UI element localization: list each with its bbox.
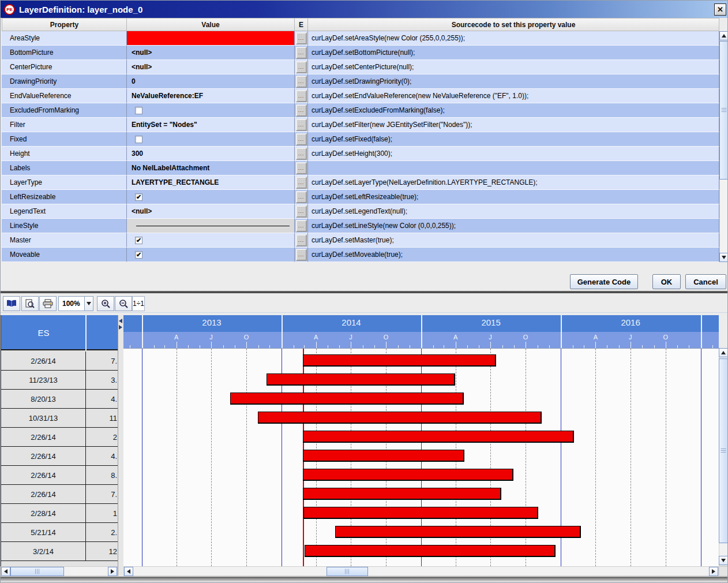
edit-ellipsis-button[interactable]: ... bbox=[296, 76, 307, 88]
ok-button[interactable]: OK bbox=[652, 274, 681, 289]
gantt-bar[interactable] bbox=[258, 412, 542, 424]
property-row[interactable]: DrawingPriority0...curLayDef.setDrawingP… bbox=[2, 74, 719, 89]
edit-cell: ... bbox=[295, 233, 308, 248]
checkbox-unchecked[interactable] bbox=[135, 136, 142, 143]
edit-ellipsis-button[interactable]: ... bbox=[296, 177, 307, 189]
collapse-left-icon[interactable] bbox=[119, 319, 122, 323]
gantt-bar[interactable] bbox=[303, 488, 501, 500]
open-book-icon[interactable] bbox=[3, 296, 20, 311]
gantt-bar[interactable] bbox=[303, 469, 513, 481]
scroll-left-icon[interactable] bbox=[124, 567, 133, 576]
color-swatch[interactable] bbox=[127, 31, 294, 45]
checkbox-checked[interactable]: ✔ bbox=[135, 237, 142, 244]
edit-ellipsis-button[interactable]: ... bbox=[296, 90, 307, 102]
vscroll-thumb[interactable] bbox=[719, 41, 728, 180]
edit-ellipsis-button[interactable]: ... bbox=[296, 220, 307, 232]
generate-code-button[interactable]: Generate Code bbox=[570, 274, 638, 289]
gantt-bar[interactable] bbox=[303, 354, 496, 367]
vscroll-thumb[interactable] bbox=[719, 358, 728, 543]
combo-arrow-icon[interactable] bbox=[84, 296, 93, 311]
edit-ellipsis-button[interactable]: ... bbox=[296, 133, 307, 145]
property-row[interactable]: LineStyle...curLayDef.setLineStyle(new C… bbox=[2, 219, 719, 233]
print-preview-icon[interactable] bbox=[21, 296, 39, 311]
edit-ellipsis-button[interactable]: ... bbox=[296, 249, 307, 261]
hscroll-thumb[interactable] bbox=[327, 567, 368, 576]
gantt-bar[interactable] bbox=[303, 431, 574, 443]
table-row[interactable]: 3/2/1412 bbox=[1, 542, 118, 561]
property-row[interactable]: LegendText<null>...curLayDef.setLegendTe… bbox=[2, 204, 719, 219]
scroll-right-icon[interactable] bbox=[108, 567, 117, 576]
month-tick bbox=[316, 342, 317, 348]
gantt-bar[interactable] bbox=[303, 507, 538, 519]
property-row[interactable]: Fixed...curLayDef.setFixed(false); bbox=[2, 132, 719, 147]
zoom-out-icon[interactable] bbox=[115, 296, 132, 311]
edit-ellipsis-button[interactable]: ... bbox=[296, 191, 307, 203]
property-row[interactable]: EndValueReferenceNeValueReference:EF...c… bbox=[2, 89, 719, 103]
table-row[interactable]: 5/21/142. bbox=[1, 523, 118, 542]
scroll-right-icon[interactable] bbox=[709, 567, 718, 576]
scroll-up-icon[interactable] bbox=[719, 348, 728, 357]
zoom-in-icon[interactable] bbox=[97, 296, 114, 311]
checkbox-checked[interactable]: ✔ bbox=[135, 251, 142, 259]
window-bottom-edge bbox=[1, 577, 728, 583]
property-table: Property Value E Sourcecode to set this … bbox=[2, 18, 719, 262]
table-row[interactable]: 10/31/1311 bbox=[1, 409, 118, 428]
scroll-up-icon[interactable] bbox=[719, 31, 728, 40]
close-icon[interactable]: ✕ bbox=[714, 3, 726, 16]
year-separator bbox=[142, 315, 143, 332]
edit-ellipsis-button[interactable]: ... bbox=[296, 234, 307, 246]
edit-ellipsis-button[interactable]: ... bbox=[296, 32, 307, 44]
edit-ellipsis-button[interactable]: ... bbox=[296, 148, 307, 160]
property-row[interactable]: CenterPicture<null>...curLayDef.setCente… bbox=[2, 60, 719, 74]
property-row[interactable]: LabelsNo NelLabelAttachment... bbox=[2, 161, 719, 175]
printer-icon[interactable] bbox=[39, 296, 57, 311]
gantt-bar[interactable] bbox=[335, 526, 581, 538]
property-row[interactable]: LayerTypeLAYERTYPE_RECTANGLE...curLayDef… bbox=[2, 175, 719, 190]
cancel-button[interactable]: Cancel bbox=[685, 274, 726, 289]
property-row[interactable]: Moveable✔...curLayDef.setMoveable(true); bbox=[2, 248, 719, 262]
table-row[interactable]: 2/26/148. bbox=[1, 466, 118, 485]
gantt-bar[interactable] bbox=[267, 373, 455, 386]
edit-ellipsis-button[interactable]: ... bbox=[296, 104, 307, 117]
property-row[interactable]: LeftResizeable✔...curLayDef.setLeftResiz… bbox=[2, 190, 719, 204]
gantt-bar[interactable] bbox=[230, 393, 464, 405]
property-row[interactable]: BottomPicture<null>...curLayDef.setBotto… bbox=[2, 46, 719, 60]
table-row[interactable]: 2/26/147. bbox=[1, 352, 118, 371]
split-pane-divider[interactable] bbox=[118, 315, 123, 576]
edit-ellipsis-button[interactable]: ... bbox=[296, 162, 307, 174]
value-cell: 4. bbox=[87, 447, 118, 465]
property-row[interactable]: AreaStyle...curLayDef.setAreaStyle(new C… bbox=[2, 31, 719, 46]
scroll-left-icon[interactable] bbox=[1, 567, 10, 576]
checkbox-checked[interactable]: ✔ bbox=[135, 193, 142, 201]
property-table-header: Property Value E Sourcecode to set this … bbox=[2, 18, 719, 31]
scroll-down-icon[interactable] bbox=[719, 556, 728, 565]
quarter-label: A bbox=[174, 334, 178, 341]
hscroll-thumb[interactable] bbox=[10, 567, 64, 576]
gantt-bar[interactable] bbox=[303, 450, 464, 462]
title-bar: PE LayerDefinition: layer_node_0 ✕ bbox=[1, 1, 728, 18]
table-row[interactable]: 2/28/141 bbox=[1, 504, 118, 523]
edit-ellipsis-button[interactable]: ... bbox=[296, 205, 307, 218]
table-row[interactable]: 8/20/134. bbox=[1, 390, 118, 409]
sourcecode-cell: curLayDef.setFilter(new JGEntitySetFilte… bbox=[308, 118, 719, 132]
property-row[interactable]: ExcludedFromMarking...curLayDef.setExclu… bbox=[2, 103, 719, 118]
property-row[interactable]: Master✔...curLayDef.setMaster(true); bbox=[2, 233, 719, 248]
es-date-cell: 2/26/14 bbox=[1, 466, 86, 484]
es-column-header[interactable]: ES bbox=[1, 315, 86, 350]
edit-ellipsis-button[interactable]: ... bbox=[296, 61, 307, 73]
property-row[interactable]: FilterEntitySet = "Nodes"...curLayDef.se… bbox=[2, 118, 719, 132]
edit-ellipsis-button[interactable]: ... bbox=[296, 47, 307, 59]
ratio-1-1-button[interactable]: 1÷1 bbox=[132, 296, 145, 311]
table-row[interactable]: 2/26/147. bbox=[1, 485, 118, 504]
edit-ellipsis-button[interactable]: ... bbox=[296, 119, 307, 131]
gantt-bar[interactable] bbox=[305, 545, 556, 557]
value-cell: 7. bbox=[87, 485, 118, 503]
collapse-right-icon[interactable] bbox=[119, 325, 122, 330]
property-row[interactable]: Height300...curLayDef.setHeight(300); bbox=[2, 147, 719, 161]
scroll-down-icon[interactable] bbox=[719, 253, 728, 262]
es-date-cell: 2/26/14 bbox=[1, 428, 86, 446]
table-row[interactable]: 2/26/144. bbox=[1, 447, 118, 466]
checkbox-unchecked[interactable] bbox=[135, 107, 142, 114]
table-row[interactable]: 2/26/142 bbox=[1, 428, 118, 447]
table-row[interactable]: 11/23/133. bbox=[1, 371, 118, 390]
